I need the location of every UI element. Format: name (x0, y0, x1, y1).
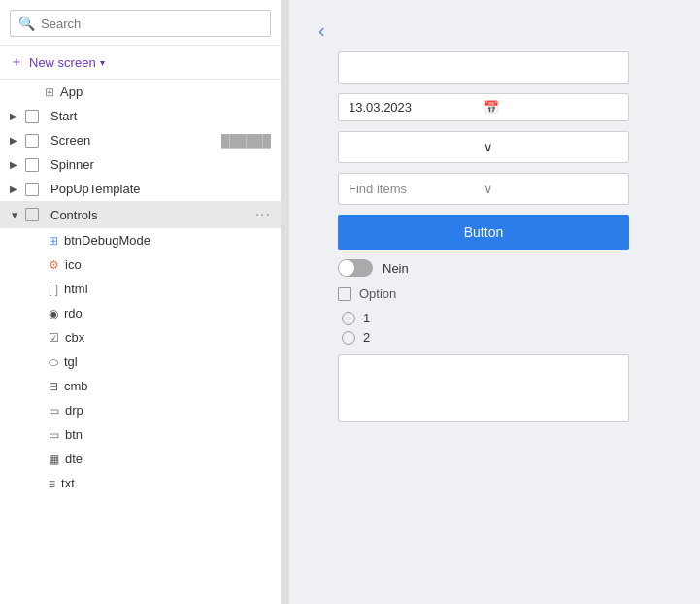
panel-divider (282, 0, 289, 604)
radio-label-1: 1 (363, 311, 370, 325)
tree-item-btn[interactable]: ▭ btn (0, 422, 281, 447)
radio-group: 1 2 (338, 311, 629, 345)
expand-arrow-controls: ▼ (10, 210, 23, 220)
tree-item-dte[interactable]: ▦ dte (0, 447, 281, 471)
form-container: 13.03.2023 📅 ∨ Find items ∨ Button Nein (338, 51, 629, 422)
tree-label-html: html (64, 282, 271, 296)
new-screen-label: New screen (29, 55, 96, 70)
tree-item-popuptemplate[interactable]: ▶ PopUpTemplate (0, 177, 281, 201)
tree-label-spinner: Spinner (50, 157, 271, 172)
expand-arrow-screen: ▶ (10, 135, 23, 146)
left-panel: 🔍 ＋ New screen ▾ ⊞ App ▶ Start ▶ S (0, 0, 282, 604)
tree-item-screen[interactable]: ▶ Screen ██████ (0, 128, 281, 152)
tree-label-txt: txt (61, 476, 271, 490)
toggle-thumb (339, 260, 354, 276)
search-bar: 🔍 (0, 0, 281, 46)
radio-label-2: 2 (363, 330, 370, 345)
tree-item-rdo[interactable]: ◉ rdo (0, 301, 281, 325)
back-button[interactable]: ‹ (309, 19, 335, 42)
toggle-control[interactable] (338, 259, 373, 277)
tree-item-app[interactable]: ⊞ App (0, 80, 281, 104)
checkbox-row: Option (338, 286, 629, 301)
tree-label-screen: Screen (50, 133, 217, 148)
dropdown-chevron-icon: ∨ (483, 140, 618, 154)
checkbox-popup[interactable] (25, 183, 39, 196)
expand-arrow-popup: ▶ (10, 184, 23, 194)
text-area-box[interactable] (338, 354, 629, 422)
right-panel: ‹ 13.03.2023 📅 ∨ Find items ∨ Button (289, 0, 700, 604)
toggle-row: Nein (338, 259, 629, 277)
tree-label-dte: dte (65, 452, 271, 466)
find-items-label: Find items (349, 182, 483, 196)
tree-label-start: Start (50, 109, 271, 123)
search-input[interactable] (41, 17, 262, 31)
tree-area: ⊞ App ▶ Start ▶ Screen ██████ ▶ Spinner (0, 80, 281, 604)
screen-gray-suffix: ██████ (221, 134, 271, 148)
tree-label-tgl: tgl (64, 354, 271, 369)
dropdown-empty[interactable]: ∨ (338, 131, 629, 163)
date-value: 13.03.2023 (349, 100, 483, 115)
tree-item-drp[interactable]: ▭ drp (0, 398, 281, 422)
tree-item-controls[interactable]: ▼ Controls ··· (0, 201, 281, 228)
radio-circle-2 (342, 331, 355, 345)
tree-label-controls: Controls (50, 208, 251, 222)
tree-label-cbx: cbx (65, 330, 271, 345)
checkbox-label: Option (359, 286, 396, 301)
tree-label-drp: drp (65, 403, 271, 418)
checkbox-spinner[interactable] (25, 158, 39, 172)
debug-icon: ⊞ (49, 234, 58, 248)
tree-item-cbx[interactable]: ☑ cbx (0, 325, 281, 350)
tree-item-txt[interactable]: ≡ txt (0, 471, 281, 495)
tree-item-spinner[interactable]: ▶ Spinner (0, 152, 281, 177)
checkbox-start[interactable] (25, 110, 39, 123)
tree-item-tgl[interactable]: ⬭ tgl (0, 350, 281, 374)
ico-icon: ⚙ (49, 258, 59, 272)
html-icon: [ ] (49, 283, 58, 296)
checkbox-controls[interactable] (25, 208, 39, 221)
expand-arrow-start: ▶ (10, 111, 23, 121)
tree-label-btndebugmode: btnDebugMode (64, 233, 271, 248)
tree-label-app: App (60, 84, 271, 99)
btn-icon: ▭ (49, 428, 59, 442)
date-input[interactable]: 13.03.2023 📅 (338, 93, 629, 121)
checkbox-control[interactable] (338, 287, 351, 301)
tree-item-start[interactable]: ▶ Start (0, 104, 281, 128)
grid-icon: ⊞ (45, 85, 54, 99)
radio-option-2[interactable]: 2 (342, 330, 629, 345)
checkbox-screen[interactable] (25, 134, 39, 148)
calendar-icon[interactable]: 📅 (483, 100, 618, 115)
tree-item-cmb[interactable]: ⊟ cmb (0, 374, 281, 398)
rdo-icon: ◉ (49, 307, 58, 320)
tree-label-ico: ico (65, 257, 271, 272)
find-items-chevron-icon: ∨ (483, 182, 618, 196)
controls-more-button[interactable]: ··· (251, 206, 271, 223)
txt-icon: ≡ (49, 477, 55, 490)
tree-label-rdo: rdo (64, 306, 271, 320)
search-icon: 🔍 (18, 16, 35, 31)
new-screen-button[interactable]: ＋ New screen ▾ (0, 46, 281, 80)
canvas-button[interactable]: Button (338, 215, 629, 250)
tree-item-btndebugmode[interactable]: ⊞ btnDebugMode (0, 228, 281, 252)
drp-icon: ▭ (49, 404, 59, 418)
tree-label-popup: PopUpTemplate (50, 182, 271, 196)
radio-circle-1 (342, 312, 355, 325)
tgl-icon: ⬭ (49, 355, 58, 369)
toggle-label: Nein (383, 261, 409, 276)
radio-option-1[interactable]: 1 (342, 311, 629, 325)
search-input-wrapper[interactable]: 🔍 (10, 10, 271, 37)
find-items-dropdown[interactable]: Find items ∨ (338, 173, 629, 205)
tree-item-ico[interactable]: ⚙ ico (0, 252, 281, 277)
text-input-field[interactable] (338, 51, 629, 84)
tree-label-cmb: cmb (64, 379, 271, 393)
plus-icon: ＋ (10, 53, 23, 71)
dte-icon: ▦ (49, 453, 59, 466)
canvas-area: ‹ 13.03.2023 📅 ∨ Find items ∨ Button (309, 19, 681, 422)
expand-arrow-spinner: ▶ (10, 159, 23, 170)
cbx-icon: ☑ (49, 331, 59, 345)
tree-item-html[interactable]: [ ] html (0, 277, 281, 301)
cmb-icon: ⊟ (49, 380, 58, 393)
tree-label-btn: btn (65, 427, 271, 442)
new-screen-chevron: ▾ (100, 57, 105, 68)
